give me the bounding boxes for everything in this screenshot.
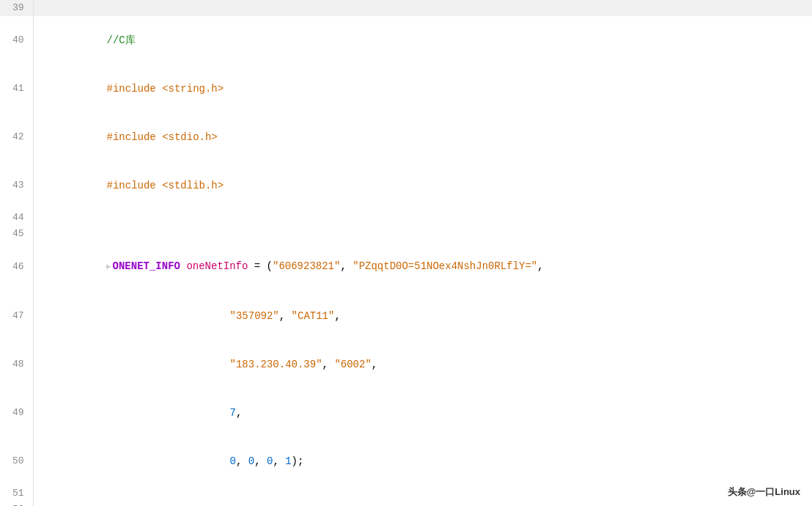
preprocessor-keyword: include <box>113 180 156 191</box>
line-number: 51 <box>0 485 33 502</box>
table-row: 39 <box>0 0 812 16</box>
comma: , <box>372 359 377 370</box>
preprocessor-keyword: include <box>113 83 156 95</box>
watermark: 头条@一口Linux <box>725 484 803 500</box>
include-file: <stdlib.h> <box>162 180 224 191</box>
number-value: 0 <box>248 455 254 467</box>
code-line: 7, <box>33 389 812 437</box>
string-value: "CAT11" <box>292 310 335 322</box>
string-value: "PZqqtD0O=51NOex4NshJn0RLflY=" <box>353 260 537 272</box>
preprocessor-hash: # <box>107 83 113 95</box>
table-row: 48 "183.230.40.39", "6002", <box>0 340 812 389</box>
comma: , <box>279 310 292 322</box>
table-row: 43 #include <stdlib.h> <box>0 161 812 210</box>
operator: = ( <box>248 260 273 272</box>
preprocessor-keyword: include <box>113 131 156 143</box>
include-file: <string.h> <box>162 83 224 95</box>
code-line: #include <string.h> <box>33 65 812 113</box>
comma: , <box>322 359 335 370</box>
line-number: 43 <box>0 161 33 210</box>
table-row: 41 #include <string.h> <box>0 65 812 113</box>
space <box>156 180 162 191</box>
table-row: 44 <box>0 210 812 226</box>
code-line: 0, 0, 0, 1); <box>33 437 812 485</box>
table-row: 47 "357092", "CAT11", <box>0 292 812 340</box>
space <box>156 131 162 143</box>
indent <box>107 359 230 370</box>
string-value: "357092" <box>230 310 279 322</box>
space <box>156 83 162 95</box>
code-line: #include <stdio.h> <box>33 113 812 161</box>
table-row: 52 <box>0 502 812 506</box>
include-file: <stdio.h> <box>162 131 218 143</box>
number-value: 7 <box>230 407 236 419</box>
table-row: 49 7, <box>0 389 812 437</box>
variable-name: oneNetInfo <box>186 260 248 272</box>
table-row: 40 //C库 <box>0 16 812 65</box>
code-line <box>33 485 812 502</box>
code-line: ⊢ONENET_INFO oneNetInfo = ("606923821", … <box>33 242 812 292</box>
line-number: 46 <box>0 242 33 292</box>
line-number: 49 <box>0 389 33 437</box>
comma: , <box>340 260 353 272</box>
number-value: 0 <box>230 455 236 467</box>
code-line: "357092", "CAT11", <box>33 292 812 340</box>
paren-close: ); <box>292 455 304 467</box>
indent <box>107 310 230 322</box>
preprocessor-hash: # <box>107 131 113 143</box>
table-row: 45 <box>0 226 812 242</box>
comment-text: //C库 <box>107 34 136 46</box>
table-row: 50 0, 0, 0, 1); <box>0 437 812 485</box>
line-number: 50 <box>0 437 33 485</box>
comma: , <box>236 407 242 419</box>
table-row: 42 #include <stdio.h> <box>0 113 812 161</box>
line-number: 44 <box>0 210 33 226</box>
number-value: 1 <box>285 455 291 467</box>
fold-icon[interactable]: ⊢ <box>107 263 111 271</box>
code-line <box>33 502 812 506</box>
code-line <box>33 210 812 226</box>
comma: , <box>334 310 340 322</box>
line-number: 41 <box>0 65 33 113</box>
type-keyword: ONENET_INFO <box>113 260 180 272</box>
comma: , <box>254 455 267 467</box>
comma: , <box>537 260 543 272</box>
comma: , <box>236 455 248 467</box>
comma: , <box>273 455 285 467</box>
code-line <box>33 226 812 242</box>
code-line: #include <stdlib.h> <box>33 161 812 210</box>
table-row: 51 <box>0 485 812 502</box>
line-number: 45 <box>0 226 33 242</box>
indent <box>107 455 230 467</box>
code-editor: 39 40 //C库 41 #include <string.h> 42 <box>0 0 812 506</box>
line-number: 42 <box>0 113 33 161</box>
preprocessor-hash: # <box>107 180 113 191</box>
line-number: 39 <box>0 0 33 16</box>
string-value: "606923821" <box>273 260 340 272</box>
line-number: 47 <box>0 292 33 340</box>
line-number: 40 <box>0 16 33 65</box>
string-value: "183.230.40.39" <box>230 359 322 370</box>
code-line <box>33 0 812 16</box>
code-table: 39 40 //C库 41 #include <string.h> 42 <box>0 0 812 506</box>
line-number: 48 <box>0 340 33 389</box>
indent <box>107 407 230 419</box>
line-number: 52 <box>0 502 33 506</box>
code-line: //C库 <box>33 16 812 65</box>
table-row: 46 ⊢ONENET_INFO oneNetInfo = ("606923821… <box>0 242 812 292</box>
string-value: "6002" <box>334 359 371 370</box>
code-line: "183.230.40.39", "6002", <box>33 340 812 389</box>
